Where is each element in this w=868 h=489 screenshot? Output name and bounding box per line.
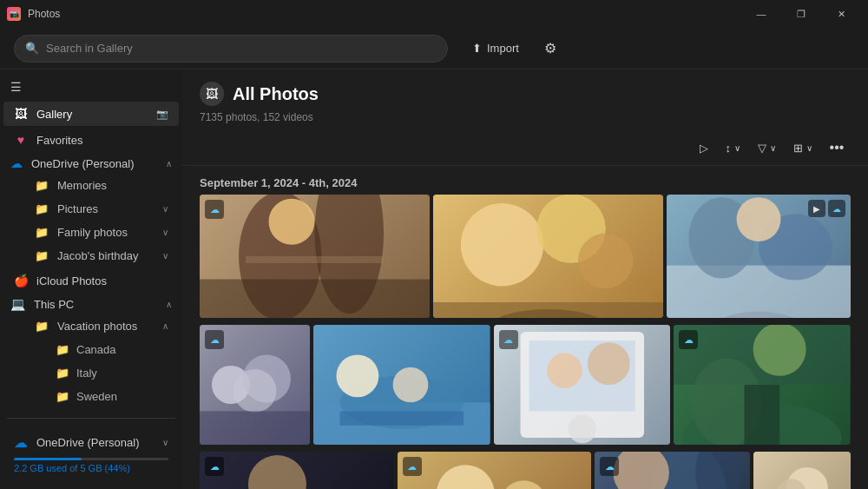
import-button[interactable]: ⬆ Import [462, 37, 529, 59]
canada-folder-icon: 📁 [56, 343, 69, 356]
this-pc-icon: 💻 [10, 297, 25, 311]
more-options-button[interactable]: ••• [823, 134, 851, 162]
filter-button[interactable]: ▽ ∨ [751, 137, 783, 159]
storage-text: 2.2 GB used of 5 GB (44%) [14, 463, 168, 473]
sweden-folder-icon: 📁 [56, 390, 69, 403]
family-photos-folder-icon: 📁 [35, 226, 49, 239]
settings-icon: ⚙ [544, 40, 556, 56]
view-button[interactable]: ⊞ ∨ [786, 137, 819, 159]
minimize-button[interactable]: — [741, 0, 781, 28]
titlebar-controls: — ❐ ✕ [741, 0, 861, 28]
sidebar-item-family-photos[interactable]: 📁 Family photos ∨ [3, 221, 179, 243]
import-icon: ⬆ [472, 42, 482, 55]
import-label: Import [487, 42, 519, 55]
view-chevron: ∨ [806, 143, 812, 153]
sidebar-item-memories[interactable]: 📁 Memories [3, 175, 179, 196]
storage-bar-fill [14, 458, 82, 460]
gallery-icon: 🖼 [14, 107, 28, 121]
filter-icon: ▽ [758, 142, 766, 155]
photo-item-3[interactable]: ▶ ☁ [667, 195, 851, 318]
sort-chevron: ∨ [734, 143, 740, 153]
onedrive-label: OneDrive (Personal) [31, 157, 135, 170]
sidebar-jacobs-birthday-label: Jacob's birthday [57, 249, 139, 262]
search-placeholder: Search in Gallery [46, 42, 133, 55]
jacobs-chevron: ∨ [162, 251, 168, 261]
search-box[interactable]: 🔍 Search in Gallery [14, 35, 448, 63]
photo-item-5[interactable] [313, 325, 490, 445]
photo-item-1[interactable]: ☁ [200, 195, 430, 318]
sidebar-gallery-label: Gallery [36, 108, 148, 121]
photo-item-6[interactable]: ☁ [494, 325, 671, 445]
onedrive-footer-button[interactable]: ☁ OneDrive (Personal) ∨ [10, 429, 172, 456]
search-icon: 🔍 [25, 42, 39, 55]
content-subtitle: 7135 photos, 152 videos [182, 109, 868, 130]
sidebar-canada-label: Canada [76, 343, 116, 356]
sidebar-family-photos-label: Family photos [57, 226, 128, 239]
sort-button[interactable]: ↕ ∨ [719, 137, 748, 159]
sidebar-item-favorites[interactable]: ♥ Favorites [3, 128, 179, 152]
hamburger-icon: ☰ [10, 80, 22, 94]
topbar-right: ⬆ Import ⚙ [462, 35, 564, 63]
hamburger-button[interactable]: ☰ [0, 73, 182, 101]
sidebar-favorites-label: Favorites [36, 134, 168, 147]
sidebar-item-icloud[interactable]: 🍎 iCloud Photos [3, 268, 179, 293]
content-toolbar: ▷ ↕ ∨ ▽ ∨ ⊞ ∨ ••• [182, 130, 868, 166]
sidebar-onedrive-personal[interactable]: ☁ OneDrive (Personal) ∧ [0, 153, 182, 174]
jacobs-birthday-folder-icon: 📁 [35, 249, 49, 262]
sidebar-footer: ☁ OneDrive (Personal) ∨ 2.2 GB used of 5… [0, 422, 182, 486]
sidebar-item-sweden[interactable]: 📁 Sweden [3, 386, 179, 407]
date-section: September 1, 2024 - 4th, 2024 [182, 169, 868, 195]
storage-bar-container: 2.2 GB used of 5 GB (44%) [10, 456, 172, 479]
photo-item-2[interactable] [433, 195, 663, 318]
sidebar-item-vacation-photos[interactable]: 📁 Vacation photos ∧ [3, 315, 179, 337]
photo-item-10[interactable]: ☁ [595, 452, 750, 489]
favorites-icon: ♥ [14, 133, 28, 147]
storage-bar-background [14, 458, 168, 460]
onedrive-footer-chevron: ∨ [162, 438, 168, 447]
sidebar-vacation-label: Vacation photos [57, 320, 137, 333]
onedrive-footer-icon: ☁ [14, 434, 28, 451]
sidebar: ☰ 🖼 Gallery 📷 ♥ Favorites ☁ OneDrive (Pe… [0, 69, 182, 489]
sidebar-item-jacobs-birthday[interactable]: 📁 Jacob's birthday ∨ [3, 245, 179, 267]
photo-item-4[interactable]: ☁ [200, 325, 310, 445]
this-pc-chevron: ∧ [166, 300, 172, 309]
memories-folder-icon: 📁 [35, 179, 49, 192]
sidebar-memories-label: Memories [57, 179, 107, 192]
sidebar-item-italy[interactable]: 📁 Italy [3, 362, 179, 384]
sidebar-item-canada[interactable]: 📁 Canada [3, 339, 179, 360]
sidebar-this-pc[interactable]: 💻 This PC ∧ [0, 294, 182, 314]
family-chevron: ∨ [162, 228, 168, 237]
pictures-folder-icon: 📁 [35, 202, 49, 215]
photo-item-11[interactable] [753, 452, 851, 489]
titlebar-left: 📷 Photos [7, 7, 60, 21]
photo-item-9[interactable]: ☁ [398, 452, 592, 489]
restore-button[interactable]: ❐ [781, 0, 821, 28]
vacation-folder-icon: 📁 [35, 320, 49, 333]
sidebar-sweden-label: Sweden [76, 390, 117, 403]
photo-row-1: ☁ [182, 195, 868, 318]
onedrive-footer-label: OneDrive (Personal) [36, 436, 154, 449]
topbar: 🔍 Search in Gallery ⬆ Import ⚙ [0, 28, 868, 69]
main-content: 🖼 All Photos 7135 photos, 152 videos ▷ ↕… [182, 69, 868, 489]
photo-row-3: ☁ ☁ [182, 448, 868, 489]
photo-row-2: ☁ [182, 321, 868, 445]
sidebar-italy-label: Italy [76, 367, 97, 380]
slideshow-button[interactable]: ▷ [693, 137, 715, 159]
close-button[interactable]: ✕ [821, 0, 861, 28]
sidebar-pictures-label: Pictures [57, 202, 98, 215]
app-icon: 📷 [7, 7, 21, 21]
sidebar-divider [7, 418, 175, 419]
pictures-chevron: ∨ [162, 204, 168, 214]
more-icon: ••• [830, 140, 845, 155]
photo-item-8[interactable]: ☁ [200, 452, 394, 489]
view-icon: ⊞ [793, 142, 803, 155]
app-title: Photos [28, 8, 60, 20]
this-pc-label: This PC [34, 298, 74, 311]
sidebar-item-pictures[interactable]: 📁 Pictures ∨ [3, 198, 179, 220]
sidebar-item-gallery[interactable]: 🖼 Gallery 📷 [3, 102, 179, 126]
sidebar-gallery-end: 📷 [156, 109, 168, 120]
settings-button[interactable]: ⚙ [536, 35, 564, 63]
onedrive-chevron: ∧ [166, 159, 172, 169]
photo-item-7[interactable]: ☁ [674, 325, 851, 445]
sort-icon: ↕ [726, 142, 732, 155]
